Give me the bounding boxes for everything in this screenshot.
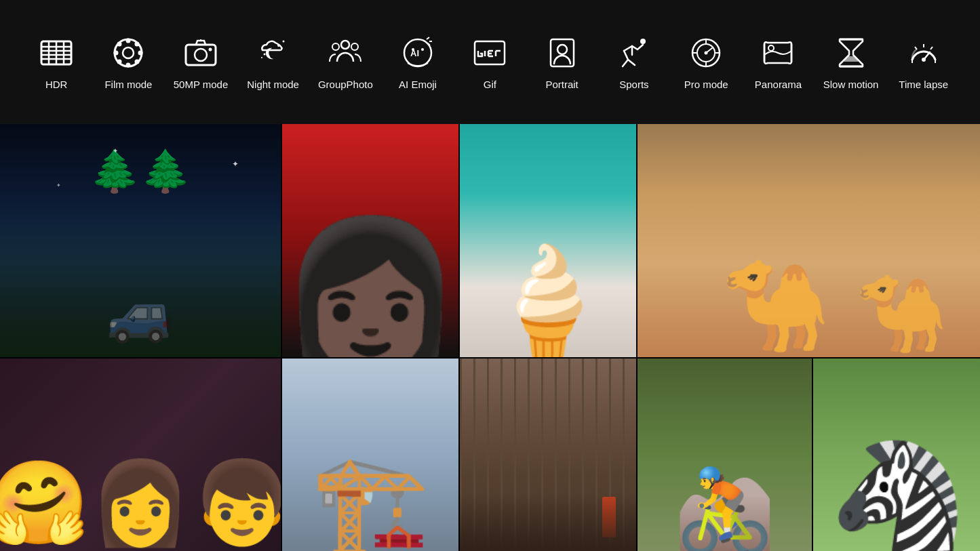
toolbar: HDR Film mode [0,0,980,124]
ai-emoji-icon: AI [399,35,437,72]
svg-point-25 [263,54,265,56]
svg-point-20 [209,48,212,52]
portrait-icon [543,35,581,72]
svg-point-32 [412,48,414,51]
group-photo-icon [327,35,364,72]
camera-50mp-icon [182,35,220,72]
tool-night-mode[interactable]: Night mode [246,35,300,90]
slow-motion-icon [832,35,869,72]
film-mode-label: Film mode [104,79,152,90]
tool-50mp-mode[interactable]: 50MP mode [174,35,229,90]
photo-camels[interactable]: 🐪 🐪 [638,124,980,357]
svg-point-15 [135,60,140,64]
svg-point-26 [261,57,262,58]
svg-point-29 [351,43,358,50]
svg-point-27 [341,41,349,49]
svg-point-14 [117,42,122,47]
tool-pro-mode[interactable]: Pro mode [679,35,733,90]
tool-hdr[interactable]: HDR [29,35,83,90]
tool-portrait[interactable]: Portrait [535,35,589,90]
tool-slow-motion[interactable]: Slow motion [823,35,879,90]
hdr-icon [38,35,75,72]
sports-label: Sports [619,79,648,90]
svg-point-33 [421,48,424,51]
svg-point-9 [123,47,134,58]
svg-point-12 [114,51,119,56]
pro-mode-icon [688,35,725,72]
pro-mode-label: Pro mode [684,79,728,90]
svg-point-47 [557,45,567,54]
tool-film-mode[interactable]: Film mode [101,35,155,90]
photo-urban-street[interactable] [460,359,636,551]
svg-point-66 [922,58,926,62]
svg-point-23 [282,41,284,43]
panorama-icon [760,35,797,72]
svg-point-10 [126,39,131,43]
night-mode-label: Night mode [247,79,299,90]
panorama-label: Panorama [755,79,802,90]
svg-point-16 [135,42,140,47]
50mp-mode-label: 50MP mode [174,79,229,90]
slow-motion-label: Slow motion [823,79,879,90]
svg-point-55 [705,52,708,55]
time-lapse-label: Time lapse [899,79,948,90]
photo-zebra[interactable]: 🦓 [813,359,980,551]
tool-gif[interactable]: Gif [463,35,517,90]
svg-point-11 [126,63,131,68]
photo-friends[interactable]: 🤗👩👦 [0,359,281,551]
svg-point-28 [332,43,339,50]
svg-point-48 [640,39,646,44]
portrait-label: Portrait [545,79,578,90]
svg-point-24 [281,47,283,49]
svg-point-56 [768,45,774,51]
svg-line-64 [915,47,917,49]
gif-label: Gif [484,79,496,90]
tool-time-lapse[interactable]: Time lapse [897,35,951,90]
tool-ai-emoji[interactable]: AI AI Emoji [391,35,445,90]
gif-icon [471,35,509,72]
svg-text:AI: AI [410,48,419,58]
sports-icon [615,35,652,72]
photo-portrait-woman[interactable]: 👩🏿 [282,124,458,357]
ai-emoji-label: AI Emoji [399,79,437,90]
svg-line-34 [427,37,429,39]
tool-panorama[interactable]: Panorama [751,35,805,90]
svg-point-17 [117,60,122,64]
svg-point-19 [195,49,207,61]
film-icon [110,35,147,72]
tool-group-photo[interactable]: GroupPhoto [318,35,373,90]
svg-rect-18 [186,45,216,65]
time-lapse-icon [905,35,942,72]
tool-sports[interactable]: Sports [607,35,661,90]
hdr-label: HDR [45,79,68,90]
svg-line-65 [930,47,933,49]
photo-grid: 🌲🌲 🚙 ✦ ✦ ✦ 👩🏿 🍦 🐪 🐪 🤗👩👦 🏗️ 🚵 🦓 [0,124,980,551]
group-photo-label: GroupPhoto [318,79,373,90]
photo-ice-cream[interactable]: 🍦 [460,124,636,357]
photo-mountain-biker[interactable]: 🚵 [638,359,812,551]
photo-jeep[interactable]: 🌲🌲 🚙 ✦ ✦ ✦ [0,124,281,357]
photo-lighthouse[interactable]: 🏗️ [282,359,458,551]
svg-point-22 [277,44,280,47]
night-mode-icon [254,35,292,72]
svg-point-13 [138,51,143,56]
